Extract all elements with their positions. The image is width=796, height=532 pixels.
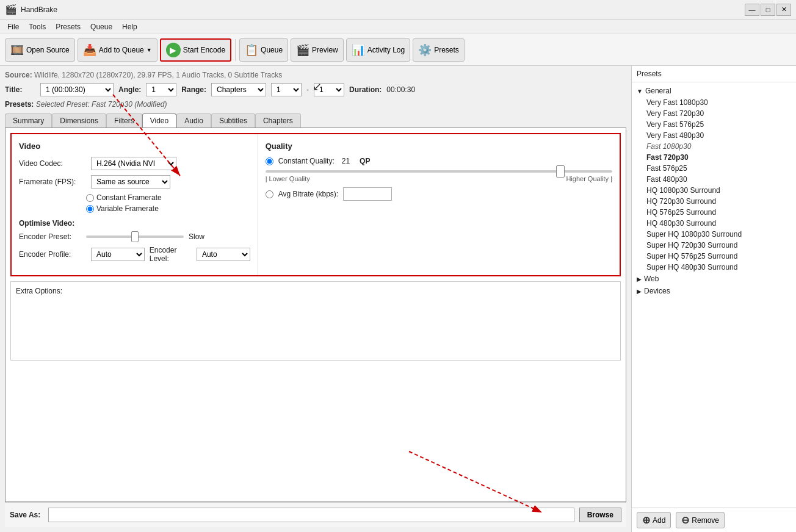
- menu-queue[interactable]: Queue: [85, 21, 117, 32]
- constant-framerate-row: Constant Framerate: [86, 193, 250, 202]
- preset-item-vf576[interactable]: Very Fast 576p25: [632, 119, 796, 130]
- range-label: Range:: [181, 85, 206, 94]
- avg-bitrate-label: Avg Bitrate (kbps):: [278, 190, 338, 198]
- encoder-preset-slider-container: Slow: [86, 232, 250, 241]
- range-to-select[interactable]: 1: [314, 83, 344, 96]
- browse-button[interactable]: Browse: [579, 508, 621, 522]
- lower-quality-label: | Lower Quality: [266, 175, 310, 182]
- title-bar: 🎬 HandBrake — □ ✕: [0, 0, 796, 20]
- save-as-input[interactable]: [48, 508, 574, 522]
- add-queue-label: Add to Queue: [99, 46, 144, 54]
- preset-item-shq480[interactable]: Super HQ 480p30 Surround: [632, 262, 796, 273]
- title-label: Title:: [5, 85, 35, 94]
- avg-bitrate-radio[interactable]: [266, 190, 273, 198]
- framerate-row: Framerate (FPS): Same as source: [19, 175, 250, 189]
- menu-tools[interactable]: Tools: [24, 21, 51, 32]
- preview-button[interactable]: 🎬 Preview: [291, 38, 344, 62]
- preset-item-f576[interactable]: Fast 576p25: [632, 163, 796, 174]
- play-icon: ▶: [166, 43, 181, 57]
- preset-group-devices[interactable]: ▶ Devices: [632, 285, 796, 297]
- add-queue-dropdown-icon[interactable]: ▼: [147, 47, 152, 53]
- preset-item-shq576[interactable]: Super HQ 576p25 Surround: [632, 251, 796, 262]
- menu-presets[interactable]: Presets: [51, 21, 85, 32]
- app-icon: 🎬: [5, 4, 17, 15]
- tab-dimensions[interactable]: Dimensions: [52, 113, 106, 128]
- codec-row: Video Codec: H.264 (Nvidia NVI: [19, 157, 250, 170]
- title-select[interactable]: 1 (00:00:30): [40, 83, 114, 96]
- preset-item-f1080[interactable]: Fast 1080p30: [632, 141, 796, 152]
- encoder-level-select[interactable]: Auto: [197, 248, 250, 261]
- preset-item-shq720[interactable]: Super HQ 720p30 Surround: [632, 240, 796, 251]
- encoder-preset-slider[interactable]: [86, 235, 184, 238]
- menu-help[interactable]: Help: [117, 21, 142, 32]
- constant-quality-row: Constant Quality: 21 QP: [266, 157, 612, 165]
- codec-label: Video Codec:: [19, 159, 86, 168]
- open-source-icon: 🎞️: [10, 43, 24, 57]
- tab-subtitles[interactable]: Subtitles: [211, 113, 255, 128]
- preview-icon: 🎬: [296, 43, 309, 57]
- preset-item-hq720[interactable]: HQ 720p30 Surround: [632, 196, 796, 207]
- constant-framerate-radio[interactable]: [86, 194, 94, 202]
- preset-group-web[interactable]: ▶ Web: [632, 273, 796, 285]
- tab-chapters[interactable]: Chapters: [255, 113, 301, 128]
- range-from-select[interactable]: 1: [271, 83, 302, 96]
- maximize-button[interactable]: □: [761, 4, 775, 16]
- codec-select[interactable]: H.264 (Nvidia NVI: [91, 157, 176, 170]
- variable-framerate-radio[interactable]: [86, 205, 94, 213]
- open-source-label: Open Source: [26, 46, 70, 54]
- extra-options-section: Extra Options:: [10, 281, 621, 361]
- save-as-label: Save As:: [10, 511, 43, 519]
- quality-slider[interactable]: [266, 170, 612, 173]
- tab-summary[interactable]: Summary: [5, 113, 52, 128]
- save-as-row: Save As: Browse: [5, 502, 626, 527]
- presets-footer: ⊕ Add ⊖ Remove: [632, 508, 796, 532]
- preset-item-vf1080[interactable]: Very Fast 1080p30: [632, 97, 796, 108]
- web-arrow-icon: ▶: [637, 276, 642, 282]
- range-select[interactable]: Chapters: [211, 83, 266, 96]
- preset-item-shq1080[interactable]: Super HQ 1080p30 Surround: [632, 229, 796, 240]
- queue-button[interactable]: 📋 Queue: [239, 38, 288, 62]
- framerate-select[interactable]: Same as source: [91, 175, 170, 189]
- activity-log-button[interactable]: 📊 Activity Log: [346, 38, 410, 62]
- encoder-preset-thumb: [131, 231, 139, 242]
- encoder-preset-label: Encoder Preset:: [19, 232, 86, 241]
- menu-file[interactable]: File: [2, 21, 24, 32]
- queue-label: Queue: [261, 46, 283, 54]
- optimize-title: Optimise Video:: [19, 219, 250, 228]
- avg-bitrate-input[interactable]: [343, 187, 392, 201]
- preset-item-hq576[interactable]: HQ 576p25 Surround: [632, 207, 796, 218]
- presets-label: Presets:: [5, 100, 36, 109]
- add-preset-button[interactable]: ⊕ Add: [637, 512, 671, 528]
- remove-preset-button[interactable]: ⊖ Remove: [676, 512, 725, 528]
- add-to-queue-button[interactable]: 📥 Add to Queue ▼: [78, 38, 157, 62]
- toolbar: 🎞️ Open Source 📥 Add to Queue ▼ ▶ Start …: [0, 34, 796, 66]
- presets-toolbar-label: Presets: [434, 46, 459, 54]
- tab-filters[interactable]: Filters: [106, 113, 142, 128]
- preset-item-hq480[interactable]: HQ 480p30 Surround: [632, 218, 796, 229]
- preset-item-vf720[interactable]: Very Fast 720p30: [632, 108, 796, 119]
- minimize-button[interactable]: —: [745, 4, 759, 16]
- presets-toolbar-button[interactable]: ⚙️ Presets: [413, 38, 465, 62]
- constant-quality-radio[interactable]: [266, 157, 273, 165]
- open-source-button[interactable]: 🎞️ Open Source: [5, 38, 75, 62]
- video-quality-panel: Video Video Codec: H.264 (Nvidia NVI Fra…: [10, 133, 621, 276]
- presets-sidebar-title: Presets: [632, 66, 796, 82]
- close-button[interactable]: ✕: [776, 4, 791, 16]
- angle-select[interactable]: 1: [146, 83, 176, 96]
- angle-label: Angle:: [118, 85, 141, 94]
- source-label: Source:: [5, 71, 32, 79]
- start-encode-button[interactable]: ▶ Start Encode: [160, 38, 231, 62]
- preset-item-hq1080[interactable]: HQ 1080p30 Surround: [632, 185, 796, 196]
- tab-audio[interactable]: Audio: [176, 113, 211, 128]
- main-layout: Source: Wildlife, 1280x720 (1280x720), 2…: [0, 66, 796, 532]
- tab-content: Video Video Codec: H.264 (Nvidia NVI Fra…: [5, 128, 626, 502]
- encoder-profile-select[interactable]: Auto: [91, 248, 145, 261]
- tab-video[interactable]: Video: [142, 113, 176, 128]
- preset-item-f720[interactable]: Fast 720p30: [632, 152, 796, 163]
- preset-group-general[interactable]: ▼ General: [632, 85, 796, 97]
- encoder-preset-value: Slow: [189, 232, 204, 241]
- encoder-level-label: Encoder Level:: [150, 246, 192, 263]
- preset-item-f480[interactable]: Fast 480p30: [632, 174, 796, 185]
- preset-item-vf480[interactable]: Very Fast 480p30: [632, 130, 796, 141]
- extra-options-textarea[interactable]: [77, 287, 615, 348]
